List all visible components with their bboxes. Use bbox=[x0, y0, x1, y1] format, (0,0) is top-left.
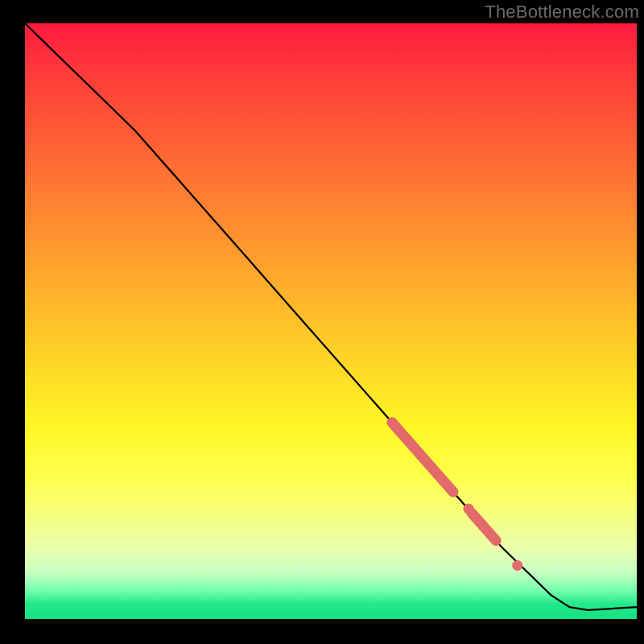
chart-container: TheBottleneck.com bbox=[0, 0, 644, 644]
marker-dense-segment bbox=[392, 423, 453, 492]
marker-dot bbox=[464, 504, 474, 514]
marker-dense-segment bbox=[472, 513, 496, 541]
marker-dot bbox=[512, 560, 522, 571]
curve-line bbox=[25, 23, 637, 610]
chart-overlay-svg bbox=[0, 0, 644, 644]
